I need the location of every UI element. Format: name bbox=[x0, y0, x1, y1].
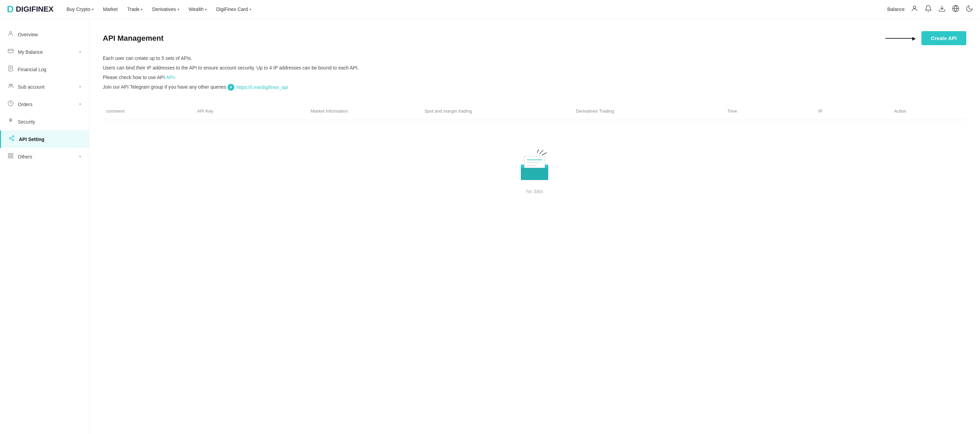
logo[interactable]: D DIGIFINEX bbox=[7, 4, 54, 15]
svg-point-17 bbox=[12, 139, 14, 141]
empty-state: No data bbox=[103, 120, 966, 222]
svg-point-0 bbox=[913, 6, 916, 8]
col-time: Time bbox=[724, 106, 815, 116]
info-line-3: Please check how to use API API› bbox=[103, 73, 966, 82]
chevron-down-icon: ▾ bbox=[79, 50, 81, 54]
svg-line-31 bbox=[537, 149, 539, 153]
svg-line-19 bbox=[11, 137, 12, 138]
main-content: API Management Create API Each user can … bbox=[89, 19, 980, 434]
col-spot-margin: Spot and margin trading bbox=[421, 106, 572, 116]
nav-derivatives[interactable]: Derivatives ▾ bbox=[152, 6, 179, 12]
page-layout: Overview My Balance ▾ Financial Log Sub … bbox=[0, 19, 980, 434]
chevron-down-icon: ▾ bbox=[79, 102, 81, 106]
sub-account-icon bbox=[8, 83, 14, 91]
nav-digifinex-card[interactable]: DigiFinex Card ▾ bbox=[216, 6, 251, 12]
api-icon bbox=[9, 135, 15, 143]
orders-icon bbox=[8, 100, 14, 108]
no-data-label: No data bbox=[526, 188, 543, 194]
page-header: API Management Create API bbox=[103, 31, 966, 45]
sidebar-item-api-setting[interactable]: API Setting bbox=[0, 130, 89, 148]
svg-point-4 bbox=[10, 32, 12, 33]
chevron-down-icon: ▾ bbox=[141, 8, 143, 11]
info-section: Each user can create up to 5 sets of API… bbox=[103, 53, 966, 92]
user-icon[interactable] bbox=[911, 5, 918, 14]
notification-icon[interactable] bbox=[924, 5, 932, 14]
svg-line-29 bbox=[540, 150, 543, 154]
svg-rect-21 bbox=[11, 153, 13, 155]
log-icon bbox=[8, 65, 14, 73]
header-right: Create API bbox=[885, 31, 966, 45]
svg-point-15 bbox=[12, 136, 14, 138]
download-icon[interactable] bbox=[938, 5, 946, 14]
sidebar-item-orders[interactable]: Orders ▾ bbox=[0, 95, 89, 113]
arrow-decoration bbox=[885, 36, 916, 41]
security-icon bbox=[8, 118, 14, 126]
sidebar-item-my-balance[interactable]: My Balance ▾ bbox=[0, 43, 89, 60]
others-icon bbox=[8, 153, 14, 160]
svg-point-16 bbox=[9, 138, 11, 139]
svg-point-11 bbox=[9, 84, 11, 86]
balance-icon bbox=[8, 48, 14, 56]
sidebar-item-security[interactable]: Security bbox=[0, 113, 89, 130]
col-comment: comment bbox=[103, 106, 194, 116]
col-action: Action bbox=[891, 106, 966, 116]
logo-icon: D bbox=[7, 4, 14, 15]
svg-rect-22 bbox=[8, 157, 10, 158]
chevron-down-icon: ▾ bbox=[79, 154, 81, 159]
svg-line-30 bbox=[542, 153, 547, 155]
col-market-info: Market Information bbox=[307, 106, 421, 116]
dark-mode-icon[interactable] bbox=[966, 5, 973, 14]
svg-rect-20 bbox=[8, 153, 10, 155]
col-ip: IP bbox=[815, 106, 891, 116]
svg-rect-32 bbox=[521, 168, 548, 180]
telegram-link[interactable]: ✈ https://t.me/digifinex_api bbox=[228, 82, 288, 92]
logo-text: DIGIFINEX bbox=[16, 5, 54, 14]
col-derivatives: Derivatives Trading bbox=[573, 106, 724, 116]
chevron-down-icon: ▾ bbox=[250, 8, 251, 11]
chevron-down-icon: ▾ bbox=[92, 8, 94, 11]
nav-buy-crypto[interactable]: Buy Crypto ▾ bbox=[67, 6, 93, 12]
svg-line-18 bbox=[11, 139, 12, 139]
nav-wealth[interactable]: Wealth ▾ bbox=[189, 6, 207, 12]
sidebar-item-overview[interactable]: Overview bbox=[0, 26, 89, 43]
globe-icon[interactable] bbox=[952, 5, 959, 14]
telegram-line: Join our API Telegram group if you have … bbox=[103, 82, 966, 92]
info-line-1: Each user can create up to 5 sets of API… bbox=[103, 53, 966, 63]
create-api-button[interactable]: Create API bbox=[921, 31, 966, 45]
svg-rect-23 bbox=[11, 157, 13, 158]
overview-icon bbox=[8, 30, 14, 38]
nav-trade[interactable]: Trade ▾ bbox=[127, 6, 143, 12]
sidebar-item-sub-account[interactable]: Sub account ▾ bbox=[0, 78, 89, 95]
nav-right: Balance bbox=[887, 5, 973, 14]
col-api-key: API Key bbox=[194, 106, 307, 116]
info-line-2: Users can bind their IP addresses to the… bbox=[103, 63, 966, 73]
page-title: API Management bbox=[103, 34, 164, 43]
empty-illustration bbox=[514, 147, 555, 182]
balance-button[interactable]: Balance bbox=[887, 6, 905, 12]
sidebar-item-others[interactable]: Others ▾ bbox=[0, 148, 89, 165]
table-header: comment API Key Market Information Spot … bbox=[103, 102, 966, 120]
chevron-down-icon: ▾ bbox=[205, 8, 207, 11]
topnav: D DIGIFINEX Buy Crypto ▾ Market Trade ▾ … bbox=[0, 0, 980, 19]
api-doc-link[interactable]: API› bbox=[166, 74, 175, 80]
svg-point-12 bbox=[11, 84, 13, 86]
chevron-down-icon: ▾ bbox=[79, 84, 81, 89]
chevron-down-icon: ▾ bbox=[178, 8, 179, 11]
nav-market[interactable]: Market bbox=[103, 6, 118, 12]
svg-rect-5 bbox=[8, 49, 13, 53]
sidebar: Overview My Balance ▾ Financial Log Sub … bbox=[0, 19, 89, 434]
sidebar-item-financial-log[interactable]: Financial Log bbox=[0, 60, 89, 78]
telegram-icon: ✈ bbox=[228, 84, 234, 91]
